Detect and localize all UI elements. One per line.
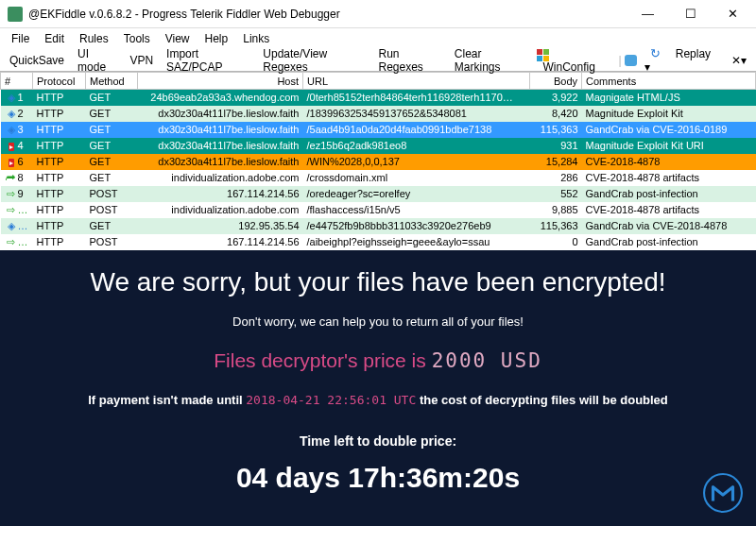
uimode-button[interactable]: UI mode [72, 45, 122, 76]
col-num[interactable]: # [1, 73, 33, 90]
ransom-price: Files decryptor's price is 2000 USD [9, 349, 747, 372]
title-bar: @EKFiddle v.0.6.8.2 - Progress Telerik F… [0, 0, 756, 28]
regex-button[interactable]: Update/View Regexes [257, 45, 370, 76]
winconfig-button[interactable]: WinConfig [531, 44, 615, 76]
separator: | [617, 54, 622, 67]
window-title: @EKFiddle v.0.6.8.2 - Progress Telerik F… [28, 8, 627, 21]
table-row[interactable]: ⇨10HTTPPOSTindividualization.adobe.com/f… [1, 202, 756, 218]
svg-point-0 [704, 474, 742, 512]
menu-edit[interactable]: Edit [37, 30, 72, 47]
table-row[interactable]: ◈2HTTPGETdx30z30a4t11l7be.lieslow.faith/… [1, 106, 756, 122]
col-method[interactable]: Method [86, 73, 138, 90]
run-regex-button[interactable]: Run Regexes [373, 45, 447, 76]
quicksave-button[interactable]: QuickSave [4, 52, 70, 69]
ransom-timeleft-label: Time left to double price: [9, 433, 747, 449]
ransom-heading: We are sorry, but your files have been e… [9, 267, 747, 297]
table-row[interactable]: ▸4HTTPGETdx30z30a4t11l7be.lieslow.faith/… [1, 138, 756, 154]
replay-button[interactable]: ↻ Replay ▾ [639, 44, 724, 76]
table-row[interactable]: ⮫8HTTPGETindividualization.adobe.com/cro… [1, 170, 756, 186]
ransom-warning: If payment isn't made until 2018-04-21 2… [9, 393, 747, 407]
comment-icon[interactable] [625, 55, 638, 66]
ransom-note: We are sorry, but your files have been e… [0, 250, 756, 526]
import-button[interactable]: Import SAZ/PCAP [161, 45, 255, 76]
close-button[interactable]: ✕ [712, 1, 754, 27]
malwarebytes-icon [703, 473, 743, 513]
replay-icon: ↻ [644, 44, 666, 62]
toolbar: QuickSave UI mode VPN Import SAZ/PCAP Up… [0, 49, 756, 72]
ransom-countdown: 04 days 17h:36m:20s [9, 462, 747, 494]
maximize-button[interactable]: ☐ [669, 1, 712, 27]
app-icon [8, 7, 23, 22]
table-row[interactable]: ◈1HTTPGET24b69eab2a93a3.whendog.com/0ter… [1, 90, 756, 106]
table-row[interactable]: ⇨9HTTPPOST167.114.214.56/oredeager?sc=or… [1, 186, 756, 202]
minimize-button[interactable]: — [627, 1, 669, 27]
ransom-subtitle: Don't worry, we can help you to return a… [9, 314, 747, 329]
sessions-table: # Protocol Method Host URL Body Comments… [0, 72, 756, 250]
remove-button[interactable]: ✕▾ [726, 52, 752, 69]
winconfig-icon [537, 47, 550, 60]
table-row[interactable]: ▸6HTTPGETdx30z30a4t11l7be.lieslow.faith/… [1, 154, 756, 170]
table-row[interactable]: ⇨13HTTPPOST167.114.214.56/aibeighpl?eigh… [1, 234, 756, 250]
table-row[interactable]: ◈3HTTPGETdx30z30a4t11l7be.lieslow.faith/… [1, 122, 756, 138]
menu-file[interactable]: File [4, 30, 37, 47]
clear-button[interactable]: Clear Markings [449, 45, 530, 76]
table-row[interactable]: ◈12HTTPGET192.95.35.54/e44752fb9b8bbb311… [1, 218, 756, 234]
vpn-button[interactable]: VPN [124, 52, 159, 69]
